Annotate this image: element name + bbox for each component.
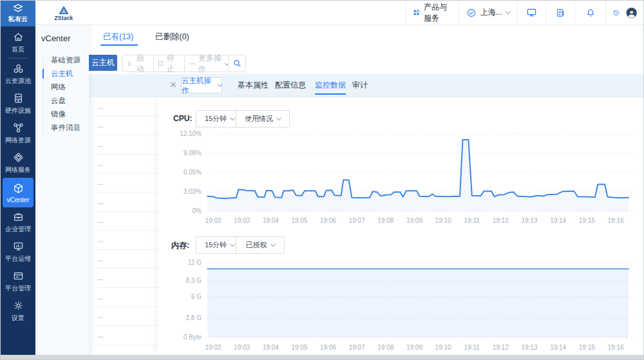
more-actions-button[interactable]: 更多操作 (184, 55, 233, 72)
products-services-label: 产品与服务 (424, 2, 452, 24)
sidebar-item-platform-mgmt[interactable]: 平台管理 (1, 267, 35, 296)
vm-name-link[interactable]: … (97, 122, 104, 129)
tab-existing[interactable]: 已有(13) (103, 32, 133, 43)
submenu-title: vCenter (41, 33, 71, 43)
memory-metric-dropdown[interactable]: 已授权 (236, 236, 285, 254)
table-row: … (95, 288, 158, 307)
submenu-item-image[interactable]: 镜像 (51, 108, 66, 121)
x-axis-tick-label: 19:02 (205, 344, 221, 351)
x-axis-tick-label: 19:14 (550, 217, 566, 224)
primary-sidebar: 私有云 首页 云资源池 硬件设施 网络资源 (1, 1, 35, 355)
table-row: … (95, 173, 158, 193)
start-label: 启动 (136, 53, 151, 75)
submenu-guide-line (43, 53, 44, 136)
vm-name-link[interactable]: … (97, 179, 104, 186)
cpu-metric-dropdown[interactable]: 使用情况 (236, 110, 290, 128)
y-axis-tick-label: 12.10% (180, 130, 202, 137)
memory-chart: 11 G8.3 G6 G2.8 G0 Byte19:0219:0319:0419… (162, 256, 641, 354)
vm-name-link[interactable]: … (97, 236, 104, 243)
x-axis-tick-label: 19:14 (550, 344, 566, 351)
submenu-item-basic-resource[interactable]: 基础资源 (51, 53, 80, 67)
layers-icon (12, 3, 24, 14)
submenu-item-volume[interactable]: 云盘 (51, 94, 66, 108)
play-icon (127, 61, 133, 67)
tab-deleted[interactable]: 已删除(0) (155, 32, 189, 43)
network-resource-icon (12, 122, 24, 134)
vm-name-link[interactable]: … (97, 312, 104, 319)
sidebar-item-label: 平台管理 (5, 284, 31, 293)
panel-tab-monitoring[interactable]: 监控数据 (315, 80, 346, 91)
sidebar-item-label: 硬件设施 (5, 106, 31, 115)
vm-actions-label: 云主机操作 (182, 76, 215, 95)
sidebar-item-label: vCenter (6, 196, 29, 204)
brand-label: 私有云 (8, 15, 28, 24)
console-button[interactable] (517, 1, 545, 24)
hardware-icon (12, 92, 24, 104)
sidebar-item-vcenter[interactable]: vCenter (3, 178, 33, 207)
start-vm-button[interactable]: 启动 (122, 55, 155, 72)
chevron-down-icon (506, 9, 511, 14)
submenu-item-events[interactable]: 事件消息 (51, 121, 80, 135)
vm-name-link[interactable]: … (97, 141, 104, 148)
submenu-item-network[interactable]: 网络 (51, 81, 66, 94)
vm-actions-dropdown[interactable]: 云主机操作 (181, 77, 222, 93)
sidebar-item-settings[interactable]: 设置 (1, 296, 35, 326)
sidebar-item-home[interactable]: 首页 (1, 28, 35, 57)
avatar[interactable] (626, 5, 637, 21)
series-area-fill (207, 269, 629, 338)
sidebar-item-network-resource[interactable]: 网络资源 (1, 118, 35, 148)
sidebar-item-platform-ops[interactable]: 平台运维 (1, 237, 35, 267)
panel-tab-basic[interactable]: 基本属性 (238, 80, 269, 91)
cpu-usage-chart: 12.10%9.08%6.05%3.03%0%19:0219:0319:0419… (162, 128, 641, 227)
zstack-logo-icon (58, 5, 70, 15)
stop-icon (158, 61, 164, 66)
series-area-fill (207, 140, 629, 211)
panel-tab-audit[interactable]: 审计 (352, 80, 368, 91)
sidebar-item-network-service[interactable]: 网络服务 (1, 148, 35, 178)
close-icon[interactable]: × (167, 77, 180, 93)
submenu-item-vm[interactable]: 云主机 (51, 67, 73, 81)
x-axis-tick-label: 19:11 (464, 344, 480, 351)
sidebar-item-cloud-pool[interactable]: 云资源池 (1, 59, 35, 89)
sidebar-item-label: 网络资源 (5, 136, 31, 145)
vm-name-link[interactable]: … (97, 256, 104, 263)
cpu-chart-title: CPU: (173, 114, 192, 123)
vcenter-submenu: vCenter 基础资源 云主机 网络 云盘 镜像 事件消息 (35, 25, 89, 355)
y-axis-tick-label: 8.3 G (186, 277, 202, 284)
region-selector[interactable]: 上海... (459, 1, 517, 24)
create-vm-button[interactable]: 云主机 (89, 55, 117, 71)
main-content: 已有(13) 已删除(0) 云主机 启动 停止 更多操作 ……………………………… (89, 25, 643, 355)
x-axis-tick-label: 19:16 (607, 344, 623, 351)
search-button[interactable] (228, 55, 246, 72)
sidebar-item-enterprise[interactable]: 企业管理 (1, 207, 35, 237)
vm-name-link[interactable]: … (97, 103, 104, 110)
history-and-account (605, 1, 643, 24)
vm-name-link[interactable]: … (97, 198, 104, 205)
vm-name-link[interactable]: … (97, 217, 104, 224)
y-axis-tick-label: 0% (193, 207, 202, 214)
stop-vm-button[interactable]: 停止 (153, 55, 186, 72)
vm-name-link[interactable]: … (97, 294, 104, 301)
panel-tab-config[interactable]: 配置信息 (275, 80, 306, 91)
vm-name-link[interactable]: … (97, 274, 104, 281)
more-dots-icon (189, 62, 195, 66)
notifications-button[interactable] (574, 1, 605, 24)
chevron-down-icon (230, 242, 235, 247)
x-axis-tick-label: 19:02 (205, 217, 221, 224)
x-axis-tick-label: 19:06 (320, 344, 336, 351)
products-services-menu[interactable]: 产品与服务 (406, 1, 459, 24)
chevron-down-icon (230, 115, 235, 120)
cpu-period-label: 15分钟 (205, 114, 227, 124)
series-line (207, 140, 629, 198)
private-cloud-brand[interactable]: 私有云 (1, 1, 35, 26)
documents-button[interactable] (545, 1, 574, 24)
zstack-app: 私有云 首页 云资源池 硬件设施 网络资源 (0, 0, 644, 360)
history-icon[interactable] (612, 8, 620, 18)
vm-name-link[interactable]: … (97, 332, 104, 339)
ops-monitor-icon (12, 240, 24, 252)
vm-name-link[interactable]: … (97, 160, 104, 167)
x-axis-tick-label: 19:04 (263, 344, 279, 351)
zstack-logo[interactable]: ZStack (50, 2, 78, 24)
sidebar-item-hardware[interactable]: 硬件设施 (1, 89, 35, 118)
table-row: … (95, 97, 158, 117)
